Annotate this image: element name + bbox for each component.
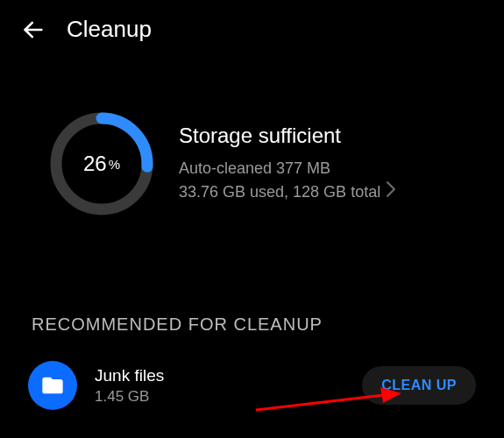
cleanup-item-size: 1.45 GB — [95, 388, 344, 406]
chevron-right-icon — [386, 180, 396, 204]
back-arrow-icon[interactable] — [21, 18, 46, 42]
clean-up-button[interactable]: CLEAN UP — [362, 366, 476, 405]
folder-icon — [28, 361, 77, 410]
storage-autoclean-line: Auto-cleaned 377 MB — [179, 157, 469, 180]
cleanup-item-text: Junk files 1.45 GB — [95, 366, 344, 406]
app-header: Cleanup — [0, 0, 504, 59]
recommended-section-header: RECOMMENDED FOR CLEANUP — [0, 251, 504, 350]
cleanup-item-row[interactable]: Junk files 1.45 GB CLEAN UP — [0, 350, 504, 420]
storage-text-block[interactable]: Storage sufficient Auto-cleaned 377 MB 3… — [179, 124, 469, 204]
page-title: Cleanup — [67, 16, 152, 43]
storage-ring-chart: 26% — [49, 111, 154, 216]
storage-summary: 26% Storage sufficient Auto-cleaned 377 … — [0, 59, 504, 251]
storage-usage-line: 33.76 GB used, 128 GB total — [179, 180, 380, 204]
storage-percent-suffix: % — [109, 157, 120, 172]
cleanup-item-title: Junk files — [95, 366, 344, 385]
storage-percent-value: 26 — [83, 152, 107, 176]
storage-usage-row: 33.76 GB used, 128 GB total — [179, 180, 469, 204]
storage-status-title: Storage sufficient — [179, 124, 469, 148]
storage-percent-label: 26% — [49, 111, 154, 216]
